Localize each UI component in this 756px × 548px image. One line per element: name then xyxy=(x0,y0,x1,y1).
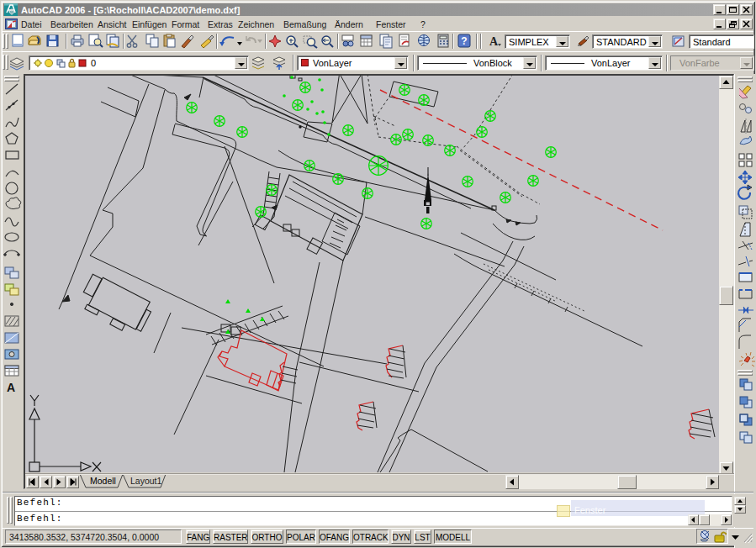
svg-text:?: ? xyxy=(461,35,467,47)
svg-text:A: A xyxy=(7,381,15,394)
svg-text:Layout1: Layout1 xyxy=(130,476,162,486)
svg-text:A: A xyxy=(489,35,499,48)
svg-text:Modell: Modell xyxy=(90,476,116,486)
